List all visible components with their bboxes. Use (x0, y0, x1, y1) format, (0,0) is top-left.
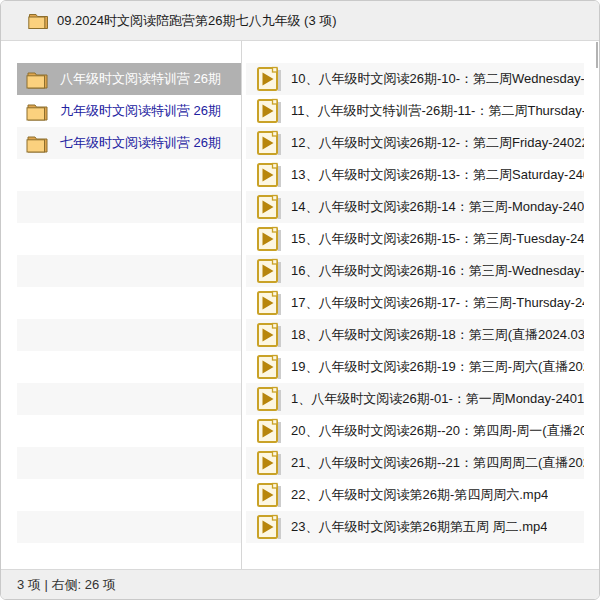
status-bar: 3 项 | 右侧: 26 项 (1, 569, 599, 599)
folder-icon (26, 134, 49, 153)
empty-row (17, 447, 241, 479)
media-play-file-icon (256, 194, 282, 220)
file-name-label: 18、八年级时文阅读26期-18：第三周(直播2024.03.15).... (291, 326, 584, 344)
file-row[interactable]: 16、八年级时文阅读26期-16：第三周-Wednesday-2403... (246, 255, 584, 287)
empty-row (17, 223, 241, 255)
file-list-panel: 10、八年级时文阅读26期-10-：第二周Wednesday-2402...11… (242, 41, 599, 569)
media-play-file-icon (256, 354, 282, 380)
media-play-file-icon (256, 322, 282, 348)
empty-row (17, 383, 241, 415)
media-play-file-icon (256, 514, 282, 540)
media-play-file-icon (256, 130, 282, 156)
media-play-file-icon (256, 450, 282, 476)
file-name-label: 16、八年级时文阅读26期-16：第三周-Wednesday-2403... (291, 262, 584, 280)
file-row[interactable]: 14、八年级时文阅读26期-14：第三周-Monday-240306(... (246, 191, 584, 223)
folder-icon (26, 102, 49, 121)
sidebar-item-label: 九年级时文阅读特训营 26期 (60, 102, 221, 120)
empty-row (17, 479, 241, 511)
empty-row (17, 511, 241, 543)
empty-row (17, 351, 241, 383)
file-row[interactable]: 23、八年级时文阅读第26期第五周 周二.mp4 (246, 511, 584, 543)
empty-row (17, 287, 241, 319)
sidebar-item-label: 七年级时文阅读特训营 26期 (60, 134, 221, 152)
file-name-label: 23、八年级时文阅读第26期第五周 周二.mp4 (291, 518, 547, 536)
file-row[interactable]: 1、八年级时文阅读26期-01-：第一周Monday-240125.(... (246, 383, 584, 415)
content-area: 八年级时文阅读特训营 26期 九年级时文阅读特训营 26期 (1, 41, 599, 569)
file-row[interactable]: 17、八年级时文阅读26期-17-：第三周-Thursday-2403... (246, 287, 584, 319)
sidebar-item-grade7[interactable]: 七年级时文阅读特训营 26期 (17, 127, 241, 159)
file-row[interactable]: 18、八年级时文阅读26期-18：第三周(直播2024.03.15).... (246, 319, 584, 351)
media-play-file-icon (256, 66, 282, 92)
file-manager-window: 09.2024时文阅读陪跑营第26期七八九年级 (3 项) 八年级时文阅读特训营… (0, 0, 600, 600)
file-name-label: 21、八年级时文阅读26期--21：第四周周二(直播2024.04.0... (291, 454, 584, 472)
sidebar-item-grade8[interactable]: 八年级时文阅读特训营 26期 (17, 63, 241, 95)
media-play-file-icon (256, 226, 282, 252)
file-name-label: 15、八年级时文阅读26期-15-：第三周-Tuesday-24030... (291, 230, 584, 248)
file-row[interactable]: 19、八年级时文阅读26期-19：第三周-周六(直播2024.03.1... (246, 351, 584, 383)
empty-row (17, 319, 241, 351)
status-text: 3 项 | 右侧: 26 项 (17, 576, 116, 594)
file-row[interactable]: 12、八年级时文阅读26期-12-：第二周Friday-240229(... (246, 127, 584, 159)
file-name-label: 13、八年级时文阅读26期-13-：第二周Saturday-24030... (291, 166, 584, 184)
media-play-file-icon (256, 290, 282, 316)
folder-icon (26, 70, 49, 89)
media-play-file-icon (256, 258, 282, 284)
media-play-file-icon (256, 482, 282, 508)
file-name-label: 22、八年级时文阅读第26期-第四周周六.mp4 (291, 486, 548, 504)
media-play-file-icon (256, 98, 282, 124)
sidebar-item-label: 八年级时文阅读特训营 26期 (60, 70, 221, 88)
scrollbar-thumb[interactable] (596, 42, 598, 68)
file-name-label: 10、八年级时文阅读26期-10-：第二周Wednesday-2402... (291, 70, 584, 88)
file-name-label: 19、八年级时文阅读26期-19：第三周-周六(直播2024.03.1... (291, 358, 584, 376)
file-row[interactable]: 13、八年级时文阅读26期-13-：第二周Saturday-24030... (246, 159, 584, 191)
page-title: 09.2024时文阅读陪跑营第26期七八九年级 (3 项) (57, 12, 337, 30)
file-name-label: 17、八年级时文阅读26期-17-：第三周-Thursday-2403... (291, 294, 584, 312)
file-name-label: 11、八年级时文特训营-26期-11-：第二周Thursday-240... (291, 102, 584, 120)
file-row[interactable]: 11、八年级时文特训营-26期-11-：第二周Thursday-240... (246, 95, 584, 127)
media-play-file-icon (256, 418, 282, 444)
empty-row (17, 191, 241, 223)
media-play-file-icon (256, 162, 282, 188)
header-bar: 09.2024时文阅读陪跑营第26期七八九年级 (3 项) (1, 1, 599, 41)
sidebar-item-grade9[interactable]: 九年级时文阅读特训营 26期 (17, 95, 241, 127)
file-row[interactable]: 21、八年级时文阅读26期--21：第四周周二(直播2024.04.0... (246, 447, 584, 479)
file-row[interactable]: 15、八年级时文阅读26期-15-：第三周-Tuesday-24030... (246, 223, 584, 255)
file-name-label: 20、八年级时文阅读26期--20：第四周-周一(直播2024.04.... (291, 422, 584, 440)
empty-row (17, 159, 241, 191)
file-row[interactable]: 22、八年级时文阅读第26期-第四周周六.mp4 (246, 479, 584, 511)
file-row[interactable]: 10、八年级时文阅读26期-10-：第二周Wednesday-2402... (246, 63, 584, 95)
folder-sidebar: 八年级时文阅读特训营 26期 九年级时文阅读特训营 26期 (1, 41, 242, 569)
file-name-label: 14、八年级时文阅读26期-14：第三周-Monday-240306(... (291, 198, 584, 216)
media-play-file-icon (256, 386, 282, 412)
file-name-label: 12、八年级时文阅读26期-12-：第二周Friday-240229(... (291, 134, 584, 152)
folder-icon (28, 12, 49, 30)
empty-row (17, 255, 241, 287)
file-row[interactable]: 20、八年级时文阅读26期--20：第四周-周一(直播2024.04.... (246, 415, 584, 447)
empty-row (17, 415, 241, 447)
file-name-label: 1、八年级时文阅读26期-01-：第一周Monday-240125.(... (291, 390, 584, 408)
